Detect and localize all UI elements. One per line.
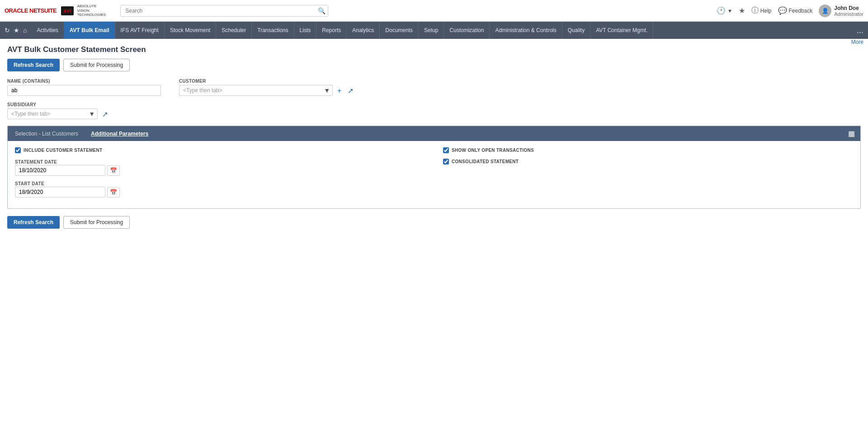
oracle-netsuite-logo: ORACLE NETSUITE (5, 7, 57, 14)
bottom-buttons: Refresh Search Submit for Processing (7, 216, 861, 229)
customer-select-wrap: <Type then tab> ▼ (179, 85, 333, 96)
start-date-input[interactable] (15, 187, 105, 197)
avt-subtitle: ABSOLUTE VISION TECHNOLOGIES (77, 4, 106, 17)
recent-items-btn[interactable]: 🕐 ▼ (717, 6, 732, 15)
feedback-btn[interactable]: 💬 Feedback (778, 6, 813, 15)
nav-reports[interactable]: Reports (316, 22, 347, 39)
section-header: Selection - List Customers Additional Pa… (8, 126, 860, 141)
section-tab-additional-params[interactable]: Additional Parameters (89, 130, 150, 138)
nav-star-icon[interactable]: ★ (14, 27, 19, 34)
statement-date-group: STATEMENT DATE 📅 (15, 159, 425, 176)
name-input[interactable] (7, 85, 161, 96)
section-body: INCLUDE CUSTOMER STATEMENT STATEMENT DAT… (8, 141, 860, 208)
nav-home-icon[interactable]: ↻ (5, 27, 10, 34)
customer-external-link-button[interactable]: ➚ (346, 85, 355, 96)
customer-select[interactable]: <Type then tab> (179, 85, 333, 96)
customer-add-button[interactable]: + (335, 86, 343, 96)
star-icon: ★ (739, 6, 745, 15)
search-bar-container: 🔍 (120, 5, 328, 17)
more-link[interactable]: More (851, 39, 863, 45)
nav-lists[interactable]: Lists (294, 22, 317, 39)
nav-avt-bulk-email[interactable]: AVT Bulk Email (64, 22, 115, 39)
refresh-search-button-bottom[interactable]: Refresh Search (7, 216, 60, 229)
start-date-input-wrap: 📅 (15, 187, 425, 197)
top-right-actions: 🕐 ▼ ★ ⓘ Help 💬 Feedback 👤 John Doe Admin… (717, 5, 863, 17)
consolidated-statement-row: CONSOLIDATED STATEMENT (443, 159, 853, 164)
nav-stock-movement[interactable]: Stock Movement (165, 22, 216, 39)
page-content: AVT Bulk Customer Statement Screen More … (0, 39, 868, 235)
start-date-label: START DATE (15, 181, 44, 186)
subsidiary-external-link-button[interactable]: ➚ (100, 109, 110, 119)
section-left: INCLUDE CUSTOMER STATEMENT STATEMENT DAT… (15, 147, 425, 202)
customer-label: CUSTOMER (179, 79, 355, 84)
submit-processing-button-bottom[interactable]: Submit for Processing (63, 216, 130, 229)
show-only-open-checkbox[interactable] (443, 147, 449, 153)
avt-logo: avt (61, 6, 73, 15)
statement-date-input[interactable] (15, 165, 105, 176)
name-field-group: NAME (CONTAINS) (7, 79, 161, 96)
section-tab-list-customers[interactable]: Selection - List Customers (13, 130, 80, 138)
nav-menu: ↻ ★ ⌂ Activities AVT Bulk Email IFS AVT … (0, 22, 868, 39)
nav-setup[interactable]: Setup (419, 22, 444, 39)
user-name: John Doe (834, 5, 863, 11)
section-collapse-button[interactable]: ▦ (848, 129, 855, 138)
include-customer-statement-row: INCLUDE CUSTOMER STATEMENT (15, 147, 425, 153)
help-btn[interactable]: ⓘ Help (751, 6, 772, 15)
submit-processing-button-top[interactable]: Submit for Processing (63, 59, 130, 71)
section-panel: Selection - List Customers Additional Pa… (7, 126, 861, 209)
help-icon: ⓘ (751, 6, 759, 15)
show-only-open-row: SHOW ONLY OPEN TRANSACTIONS (443, 147, 853, 153)
statement-date-input-wrap: 📅 (15, 165, 425, 176)
top-bar: ORACLE NETSUITE avt ABSOLUTE VISION TECH… (0, 0, 868, 22)
statement-date-calendar-button[interactable]: 📅 (107, 165, 120, 176)
search-icon-btn[interactable]: 🔍 (318, 7, 326, 14)
logo-area: ORACLE NETSUITE avt ABSOLUTE VISION TECH… (5, 4, 106, 17)
nav-customization[interactable]: Customization (444, 22, 490, 39)
user-info[interactable]: 👤 John Doe Administrator (819, 5, 863, 17)
user-role: Administrator (834, 11, 863, 17)
nav-avt-container[interactable]: AVT Container Mgmt. (590, 22, 653, 39)
recent-label: ▼ (727, 8, 732, 14)
consolidated-statement-label: CONSOLIDATED STATEMENT (452, 159, 519, 164)
nav-more[interactable]: ... (852, 22, 868, 39)
page-title: AVT Bulk Customer Statement Screen (7, 45, 861, 54)
nav-admin-controls[interactable]: Administration & Controls (490, 22, 562, 39)
nav-analytics[interactable]: Analytics (347, 22, 380, 39)
favorites-btn[interactable]: ★ (739, 6, 745, 15)
user-details: John Doe Administrator (834, 5, 863, 17)
nav-scheduler[interactable]: Scheduler (216, 22, 252, 39)
nav-ifs-avt-freight[interactable]: IFS AVT Freight (115, 22, 165, 39)
subsidiary-row: <Type then tab> ▼ ➚ (7, 108, 861, 119)
subsidiary-select[interactable]: <Type then tab> (7, 108, 98, 119)
subsidiary-select-wrap: <Type then tab> ▼ (7, 108, 98, 119)
include-customer-statement-checkbox[interactable] (15, 147, 21, 153)
section-right: SHOW ONLY OPEN TRANSACTIONS CONSOLIDATED… (443, 147, 853, 202)
nav-transactions[interactable]: Transactions (252, 22, 294, 39)
user-avatar: 👤 (819, 5, 831, 17)
subsidiary-field-group: SUBSIDIARY <Type then tab> ▼ ➚ (7, 102, 861, 119)
feedback-label: Feedback (789, 8, 813, 14)
clock-icon: 🕐 (717, 6, 726, 15)
help-label: Help (760, 8, 772, 14)
start-date-calendar-button[interactable]: 📅 (107, 187, 120, 197)
feedback-icon: 💬 (778, 6, 787, 15)
nav-documents[interactable]: Documents (380, 22, 419, 39)
nav-quality[interactable]: Quality (562, 22, 590, 39)
form-row-1: NAME (CONTAINS) CUSTOMER <Type then tab>… (7, 79, 861, 96)
customer-field-group: CUSTOMER <Type then tab> ▼ + ➚ (179, 79, 355, 96)
top-buttons: Refresh Search Submit for Processing (7, 59, 861, 71)
nav-activities[interactable]: Activities (31, 22, 64, 39)
show-only-open-label: SHOW ONLY OPEN TRANSACTIONS (452, 148, 534, 153)
subsidiary-label: SUBSIDIARY (7, 102, 861, 107)
form-row-2: SUBSIDIARY <Type then tab> ▼ ➚ (7, 102, 861, 119)
search-input[interactable] (120, 5, 328, 17)
customer-row: <Type then tab> ▼ + ➚ (179, 85, 355, 96)
include-customer-statement-label: INCLUDE CUSTOMER STATEMENT (24, 148, 102, 153)
nav-icons: ↻ ★ ⌂ (0, 22, 31, 39)
consolidated-statement-checkbox[interactable] (443, 159, 449, 164)
name-label: NAME (CONTAINS) (7, 79, 161, 84)
refresh-search-button-top[interactable]: Refresh Search (7, 59, 60, 71)
statement-date-label: STATEMENT DATE (15, 160, 57, 164)
start-date-group: START DATE 📅 (15, 180, 425, 197)
nav-house-icon[interactable]: ⌂ (23, 27, 27, 34)
